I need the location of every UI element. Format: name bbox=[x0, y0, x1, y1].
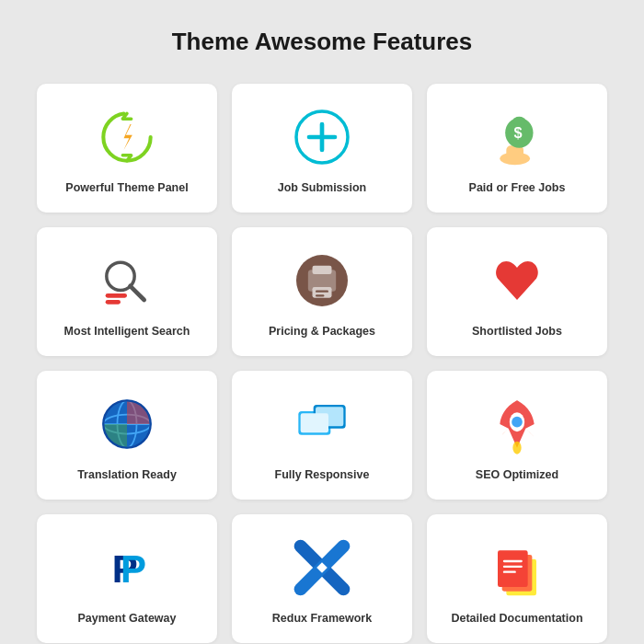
feature-card-responsive: Fully Responsive bbox=[232, 371, 412, 500]
svg-rect-20 bbox=[316, 294, 324, 296]
svg-rect-40 bbox=[498, 550, 528, 587]
feature-card-search: Most Intelligent Search bbox=[37, 227, 217, 356]
svg-line-12 bbox=[131, 286, 144, 300]
svg-rect-29 bbox=[301, 413, 328, 432]
redux-icon bbox=[290, 535, 354, 600]
pricing-icon bbox=[290, 248, 354, 313]
page-container: Theme Awesome Features Powerful Theme Pa… bbox=[0, 0, 644, 644]
seo-icon bbox=[485, 392, 549, 456]
feature-card-seo: SEO Optimized bbox=[427, 371, 607, 500]
svg-rect-14 bbox=[106, 300, 121, 305]
page-title: Theme Awesome Features bbox=[37, 28, 607, 56]
pricing-label: Pricing & Packages bbox=[269, 324, 375, 339]
translation-label: Translation Ready bbox=[77, 467, 177, 482]
docs-label: Detailed Documentation bbox=[451, 611, 582, 626]
svg-rect-19 bbox=[316, 290, 328, 292]
translation-icon bbox=[95, 392, 159, 456]
svg-text:$: $ bbox=[514, 124, 523, 141]
shortlisted-label: Shortlisted Jobs bbox=[472, 324, 562, 339]
svg-point-31 bbox=[512, 417, 523, 428]
theme-panel-icon bbox=[95, 105, 159, 169]
feature-card-theme-panel: Powerful Theme Panel bbox=[37, 84, 217, 213]
feature-card-docs: Detailed Documentation bbox=[427, 514, 607, 643]
svg-text:P: P bbox=[121, 547, 146, 591]
svg-rect-13 bbox=[106, 293, 127, 298]
payment-icon: P P bbox=[95, 535, 159, 600]
svg-rect-17 bbox=[313, 266, 332, 274]
feature-card-paid-jobs: $ Paid or Free Jobs bbox=[427, 84, 607, 213]
responsive-icon bbox=[290, 392, 354, 456]
feature-card-translation: Translation Ready bbox=[37, 371, 217, 500]
search-icon bbox=[95, 248, 159, 313]
job-submission-label: Job Submission bbox=[278, 180, 367, 195]
feature-card-job-submission: Job Submission bbox=[232, 84, 412, 213]
payment-label: Payment Gateway bbox=[78, 611, 177, 626]
theme-panel-label: Powerful Theme Panel bbox=[65, 180, 188, 195]
features-grid: Powerful Theme Panel Job Submission bbox=[37, 84, 607, 643]
job-submission-icon bbox=[290, 105, 354, 169]
shortlisted-icon bbox=[485, 248, 549, 313]
paid-jobs-label: Paid or Free Jobs bbox=[469, 180, 566, 195]
docs-icon bbox=[485, 535, 549, 600]
svg-marker-1 bbox=[124, 124, 132, 150]
feature-card-pricing: Pricing & Packages bbox=[232, 227, 412, 356]
feature-card-shortlisted: Shortlisted Jobs bbox=[427, 227, 607, 356]
svg-point-32 bbox=[512, 442, 521, 454]
seo-label: SEO Optimized bbox=[476, 467, 558, 482]
feature-card-payment: P P Payment Gateway bbox=[37, 514, 217, 643]
search-label: Most Intelligent Search bbox=[64, 324, 190, 339]
redux-label: Redux Framework bbox=[272, 611, 372, 626]
responsive-label: Fully Responsive bbox=[275, 467, 370, 482]
paid-jobs-icon: $ bbox=[485, 105, 549, 169]
feature-card-redux: Redux Framework bbox=[232, 514, 412, 643]
svg-rect-6 bbox=[506, 145, 523, 160]
